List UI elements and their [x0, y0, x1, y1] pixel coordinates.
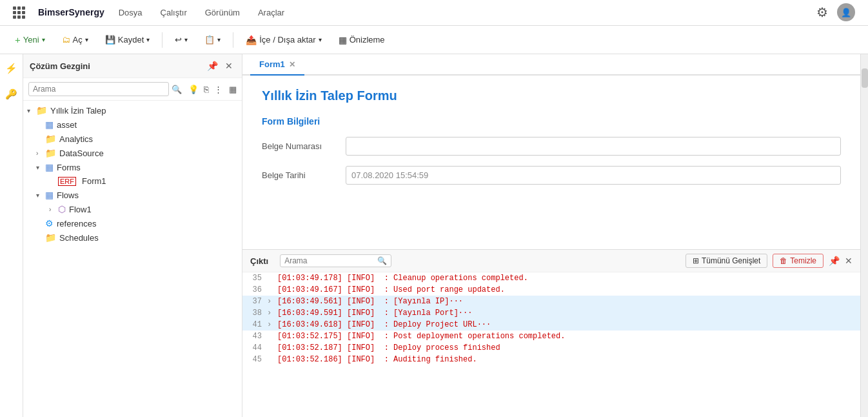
input-belge-tarihi[interactable]	[346, 166, 841, 185]
log-content: 35 [01:03:49.178] [INFO] : Cleanup opera…	[242, 272, 860, 417]
output-title: Çıktı	[250, 256, 268, 266]
sidebar-icons: ⚡ 🔑	[0, 54, 23, 417]
pin-panel-icon[interactable]: 📌	[206, 59, 219, 72]
output-close-icon[interactable]: ✕	[845, 256, 853, 266]
flow1-icon: ⬡	[58, 204, 66, 214]
log-row: 45 [01:03:52.186] [INFO] : Auditing fini…	[242, 354, 860, 365]
tree-item-flow1[interactable]: › ⬡ Flow1	[23, 202, 242, 216]
tree-item-schedules[interactable]: 📁 Schedules	[23, 230, 242, 245]
form-title: Yıllık İzin Talep Formu	[262, 88, 841, 103]
output-search-icon: 🔍	[377, 256, 387, 265]
expand-all-icon: ⊞	[693, 256, 699, 265]
solution-tree: ▾ 📁 Yıllık İzin Talep ▦ asset 📁 Analytic…	[23, 101, 242, 417]
flows-folder-icon: ▦	[45, 190, 54, 200]
label-belge-tarihi: Belge Tarihi	[262, 170, 346, 180]
tree-label-form1: Form1	[82, 176, 106, 186]
folder-open-icon: 🗂	[62, 35, 70, 45]
paste-icon: 📋	[204, 35, 215, 45]
output-search-input[interactable]	[284, 256, 375, 265]
main-content: Form1 ✕ Yıllık İzin Talep Formu Form Bil…	[242, 54, 860, 417]
toolbar-separator-1	[162, 32, 163, 48]
toolbar-separator-2	[233, 32, 233, 48]
save-icon: 💾	[105, 35, 115, 45]
schedules-folder-icon: 📁	[45, 232, 56, 243]
solution-panel: Çözüm Gezgini 📌 ✕ 🔍 💡 ⎘ ⋮ ▦ ▾ 📁 Yıllık İ…	[23, 54, 242, 417]
tree-item-flows[interactable]: ▾ ▦ Flows	[23, 188, 242, 202]
solution-search-bar: 🔍 💡 ⎘ ⋮ ▦	[23, 78, 242, 101]
import-export-button[interactable]: 📤 İçe / Dışa aktar ▾	[239, 31, 328, 49]
analytics-folder-icon: 📁	[45, 134, 56, 144]
clear-icon: 🗑	[780, 256, 787, 265]
flow1-arrow: ›	[49, 206, 58, 213]
menu-item-dosya[interactable]: Dosya	[115, 5, 146, 20]
user-avatar[interactable]: 👤	[837, 3, 855, 21]
tree-item-root[interactable]: ▾ 📁 Yıllık İzin Talep	[23, 103, 242, 117]
preview-button[interactable]: ▦ Önizleme	[331, 31, 392, 49]
root-folder-icon: 📁	[36, 105, 47, 116]
tree-label-root: Yıllık İzin Talep	[50, 106, 106, 116]
search-icon[interactable]: 🔍	[172, 85, 182, 94]
close-panel-icon[interactable]: ✕	[222, 59, 235, 72]
tree-item-asset[interactable]: ▦ asset	[23, 117, 242, 132]
output-header: Çıktı 🔍 ⊞ Tümünü Genişlet 🗑 Temizle 📌	[242, 250, 860, 272]
tab-bar: Form1 ✕	[242, 54, 860, 76]
expand-all-button[interactable]: ⊞ Tümünü Genişlet	[686, 254, 767, 268]
menu-bar: BimserSynergy Dosya Çalıştır Görünüm Ara…	[0, 0, 868, 26]
solution-panel-header: Çözüm Gezgini 📌 ✕	[23, 54, 242, 78]
copy-icon[interactable]: ⎘	[204, 85, 209, 94]
output-search-bar: 🔍	[280, 254, 391, 267]
tree-label-forms: Forms	[57, 163, 81, 172]
tree-item-forms[interactable]: ▾ ▦ Forms	[23, 160, 242, 174]
tree-label-analytics: Analytics	[59, 134, 93, 144]
open-chevron-icon: ▾	[85, 36, 88, 43]
undo-button[interactable]: ↩ ▾	[168, 31, 195, 48]
right-panel-scrollbar[interactable]	[860, 54, 868, 417]
more-icon[interactable]: ⋮	[214, 85, 222, 94]
tree-item-form1[interactable]: ERF Form1	[23, 174, 242, 188]
tab-form1-label: Form1	[259, 59, 285, 69]
log-row: 37 › [16:03:49.561] [INFO] : [Yayınla IP…	[242, 296, 860, 307]
tree-item-datasource[interactable]: › 📁 DataSource	[23, 146, 242, 160]
menu-item-araclar[interactable]: Araçlar	[254, 5, 288, 20]
solution-panel-title: Çözüm Gezgini	[30, 61, 90, 71]
paste-chevron-icon: ▾	[217, 36, 221, 43]
tree-label-references: references	[57, 219, 96, 229]
solution-search-input[interactable]	[28, 82, 169, 96]
lightbulb-icon[interactable]: 💡	[188, 85, 199, 94]
form1-icon: ERF	[58, 177, 76, 186]
output-header-right: ⊞ Tümünü Genişlet 🗑 Temizle 📌 ✕	[686, 254, 853, 268]
output-pin-icon[interactable]: 📌	[829, 256, 840, 266]
sidebar-icon-sliders[interactable]: ⚡	[3, 59, 21, 77]
form-row-belge-tarihi: Belge Tarihi	[262, 166, 841, 185]
grid-menu-icon[interactable]	[13, 6, 25, 19]
open-button[interactable]: 🗂 Aç ▾	[55, 31, 95, 48]
sidebar-icon-key[interactable]: 🔑	[3, 85, 21, 103]
tree-label-schedules: Schedules	[59, 233, 99, 243]
label-belge-numarasi: Belge Numarası	[262, 141, 346, 151]
tree-label-datasource: DataSource	[59, 148, 104, 158]
undo-icon: ↩	[175, 35, 182, 45]
undo-chevron-icon: ▾	[184, 36, 188, 43]
paste-button[interactable]: 📋 ▾	[197, 31, 228, 48]
menu-item-calistir[interactable]: Çalıştır	[157, 5, 191, 20]
clear-button[interactable]: 🗑 Temizle	[773, 254, 824, 268]
form-section-title: Form Bilgileri	[262, 116, 841, 127]
toolbar: + Yeni ▾ 🗂 Aç ▾ 💾 Kaydet ▾ ↩ ▾ 📋 ▾ 📤 İçe…	[0, 26, 868, 54]
main-layout: ⚡ 🔑 Çözüm Gezgini 📌 ✕ 🔍 💡 ⎘ ⋮ ▦ ▾ 📁 Yıl	[0, 54, 868, 417]
log-row: 41 › [16:03:49.618] [INFO] : Deploy Proj…	[242, 319, 860, 331]
forms-arrow: ▾	[36, 164, 45, 171]
tab-close-icon[interactable]: ✕	[289, 60, 295, 69]
new-button[interactable]: + Yeni ▾	[8, 30, 52, 49]
tab-form1[interactable]: Form1 ✕	[250, 54, 304, 76]
settings-icon[interactable]: ⚙	[816, 5, 828, 20]
input-belge-numarasi[interactable]	[346, 137, 841, 156]
layout-icon[interactable]: ▦	[229, 85, 237, 94]
tree-item-analytics[interactable]: 📁 Analytics	[23, 132, 242, 146]
brand-logo: BimserSynergy	[38, 7, 104, 17]
import-export-icon: 📤	[246, 35, 257, 45]
save-button[interactable]: 💾 Kaydet ▾	[98, 31, 157, 48]
new-icon: +	[15, 34, 21, 45]
preview-icon: ▦	[339, 35, 347, 45]
menu-item-gorunum[interactable]: Görünüm	[201, 5, 244, 20]
tree-item-references[interactable]: ⚙ references	[23, 216, 242, 230]
